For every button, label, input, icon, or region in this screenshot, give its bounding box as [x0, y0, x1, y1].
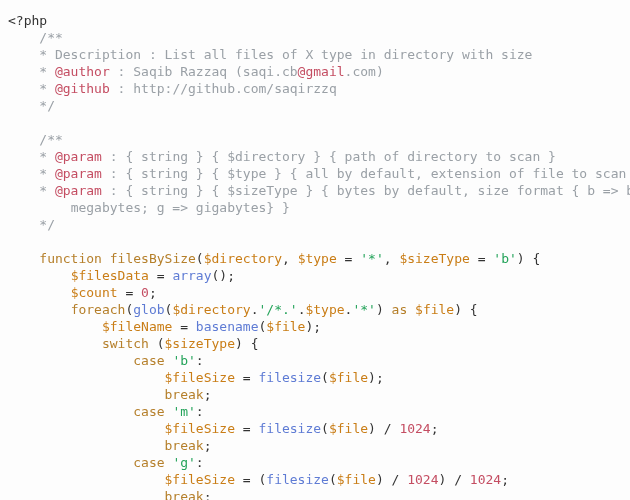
token: case — [133, 353, 164, 368]
token: $file — [329, 370, 368, 385]
indent — [8, 30, 39, 45]
token: $file — [329, 421, 368, 436]
token: . — [251, 302, 259, 317]
token: ) / — [439, 472, 470, 487]
token: 1024 — [399, 421, 430, 436]
token: (); — [212, 268, 235, 283]
indent — [8, 149, 39, 164]
token: function — [39, 251, 102, 266]
token: ( — [321, 370, 329, 385]
code-line: * @param : { string } { $sizeType } { by… — [8, 182, 630, 199]
token: 'b' — [493, 251, 516, 266]
token: $fileSize — [165, 370, 235, 385]
token: = — [172, 319, 195, 334]
token: $fileName — [102, 319, 172, 334]
code-line: switch ($sizeType) { — [8, 335, 630, 352]
code-line: /** — [8, 29, 630, 46]
indent — [8, 200, 71, 215]
token: = — [235, 421, 258, 436]
token: case — [133, 455, 164, 470]
token: = — [118, 285, 141, 300]
token: 'g' — [172, 455, 195, 470]
indent — [8, 64, 39, 79]
indent — [8, 47, 39, 62]
token: = ( — [235, 472, 266, 487]
indent — [8, 268, 71, 283]
token: : { string } { $sizeType } { bytes by de… — [102, 183, 630, 198]
token: $directory — [204, 251, 282, 266]
token: break — [165, 387, 204, 402]
token: 'm' — [172, 404, 195, 419]
token: $fileSize — [165, 472, 235, 487]
token: ) / — [368, 421, 399, 436]
code-line: foreach(glob($directory.'/*.'.$type.'*')… — [8, 301, 630, 318]
token: $file — [337, 472, 376, 487]
token: as — [392, 302, 408, 317]
code-line: * @author : Saqib Razzaq (saqi.cb@gmail.… — [8, 63, 630, 80]
code-line: * Description : List all files of X type… — [8, 46, 630, 63]
token: '*' — [360, 251, 383, 266]
token: array — [172, 268, 211, 283]
token: foreach — [71, 302, 126, 317]
indent — [8, 421, 165, 436]
token: : Saqib Razzaq (saqi.cb — [110, 64, 298, 79]
indent — [8, 438, 165, 453]
indent — [8, 251, 39, 266]
indent — [8, 387, 165, 402]
code-line: */ — [8, 216, 630, 233]
token: 0 — [141, 285, 149, 300]
token: = — [470, 251, 493, 266]
token: ) { — [454, 302, 477, 317]
token: : — [196, 455, 204, 470]
token: ( — [321, 421, 329, 436]
code-line: case 'b': — [8, 352, 630, 369]
token: , — [282, 251, 298, 266]
token: 1024 — [470, 472, 501, 487]
token: glob — [133, 302, 164, 317]
code-line: megabytes; g => gigabytes} } — [8, 199, 630, 216]
indent — [8, 336, 102, 351]
token: switch — [102, 336, 149, 351]
code-line — [8, 114, 630, 131]
token: $fileSize — [165, 421, 235, 436]
code-line: $fileSize = filesize($file); — [8, 369, 630, 386]
code-line: $filesData = array(); — [8, 267, 630, 284]
indent — [8, 81, 39, 96]
token: * — [39, 183, 55, 198]
token: * — [39, 166, 55, 181]
token: ( — [196, 251, 204, 266]
token: .com) — [345, 64, 384, 79]
code-line: break; — [8, 386, 630, 403]
token: /** — [39, 132, 62, 147]
token: ( — [149, 336, 165, 351]
indent — [8, 98, 39, 113]
code-line: */ — [8, 97, 630, 114]
token: filesize — [258, 421, 321, 436]
code-line — [8, 233, 630, 250]
token: */ — [39, 217, 55, 232]
token: , — [384, 251, 400, 266]
code-editor[interactable]: <?php /** * Description : List all files… — [0, 0, 630, 500]
token: megabytes; g => gigabytes} } — [71, 200, 290, 215]
token: filesize — [258, 370, 321, 385]
token: * — [39, 149, 55, 164]
token — [102, 251, 110, 266]
token: $file — [415, 302, 454, 317]
token: : — [196, 404, 204, 419]
token: break — [165, 489, 204, 500]
token: ); — [305, 319, 321, 334]
token: = — [235, 370, 258, 385]
token: $sizeType — [165, 336, 235, 351]
indent — [8, 302, 71, 317]
token: ( — [329, 472, 337, 487]
token: @param — [55, 183, 102, 198]
token: filesize — [266, 472, 329, 487]
token: @param — [55, 166, 102, 181]
token: ) { — [235, 336, 258, 351]
token: 1024 — [407, 472, 438, 487]
token: ; — [501, 472, 509, 487]
token: */ — [39, 98, 55, 113]
token — [407, 302, 415, 317]
indent — [8, 217, 39, 232]
token: * Description : List all files of X type… — [39, 47, 532, 62]
